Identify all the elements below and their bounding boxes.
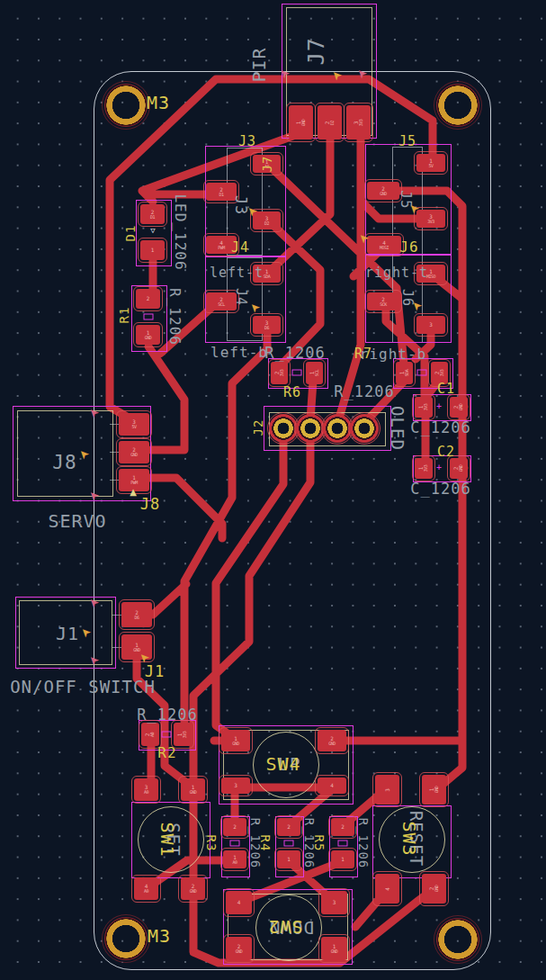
pad-J4-3[interactable]: 3D6	[253, 316, 281, 334]
pad-SW3-2[interactable]: 2GND	[422, 874, 446, 904]
pad-net: 3V3	[427, 220, 434, 224]
pad-J5-2[interactable]: 2GND	[367, 182, 399, 200]
pad-leader	[112, 647, 121, 648]
mounting-hole-bottom-right[interactable]	[436, 918, 479, 961]
pad-net: D6	[264, 326, 269, 330]
mounting-hole-top-right[interactable]	[436, 84, 479, 127]
pad-SW1-4[interactable]: 4A0	[134, 877, 158, 900]
value-J4: left-b	[210, 346, 268, 360]
value-C1: C_1206	[410, 420, 470, 436]
pad-SW2-4[interactable]: 4	[226, 891, 252, 914]
pad-net: 3V3	[425, 404, 429, 411]
value-R2-label: R_1206	[137, 707, 197, 723]
pad-R5-2[interactable]: 2	[331, 818, 354, 836]
pad-C1-2[interactable]: 2GND	[450, 397, 468, 418]
pad-number: 4	[385, 887, 390, 891]
pad-R3-2[interactable]: 2	[223, 818, 246, 836]
resistor-symbol	[417, 370, 427, 376]
ref-C1: C1	[437, 382, 455, 396]
mounting-hole-label: M3	[147, 94, 170, 112]
ref-J2: J2	[252, 419, 264, 436]
value-R7-label: R_1206	[334, 384, 394, 400]
pad-SW2-3[interactable]: 3	[321, 891, 347, 914]
pad-net: GND	[460, 404, 464, 411]
ref-R1: R1	[118, 307, 130, 324]
fab-ref-J4: J4	[234, 288, 247, 306]
pad-SW4-4[interactable]: 4	[318, 778, 346, 794]
pad-net: SCL	[315, 370, 319, 377]
pad-net: D6	[134, 616, 139, 620]
pad-R2-1[interactable]: 13V3	[174, 723, 192, 746]
pad-C1-1[interactable]: 13V3	[415, 397, 433, 418]
pad-J5-3[interactable]: 33V3	[416, 210, 445, 228]
pad-J3-3[interactable]: 3D2	[253, 211, 281, 229]
resistor-symbol	[230, 841, 240, 847]
pad-SW3-3[interactable]: 3	[375, 775, 399, 805]
pad-net: GND	[331, 949, 338, 954]
pad-number: 3	[333, 900, 336, 905]
pad-J7-1[interactable]: 1GND	[289, 105, 313, 139]
pad-J2-2[interactable]	[296, 414, 325, 443]
pad-net: GND	[190, 790, 197, 795]
pad-R7-1[interactable]: 1SDA	[396, 362, 413, 384]
value-R5: R_1206	[357, 818, 370, 869]
pad-net: SDA	[405, 370, 409, 377]
pad-R6-2[interactable]: 23V3	[271, 362, 288, 384]
pad-net: 3V3	[280, 370, 284, 377]
pad-number: 3	[234, 783, 237, 788]
pad-J8-3[interactable]: 35V	[119, 413, 149, 436]
pad-net: SCK	[380, 302, 387, 307]
pad-R1-2[interactable]: 2	[136, 289, 160, 309]
capacitor-symbol: +	[436, 463, 442, 472]
pad-J7-2[interactable]: 2D2	[318, 105, 342, 139]
resistor-symbol	[162, 732, 172, 738]
pad-R6-1[interactable]: 1SCL	[306, 362, 323, 384]
fab-ref-J7: J7	[306, 38, 327, 66]
pad-D1-2[interactable]: 2D1	[140, 204, 165, 224]
pad-net: A0	[144, 790, 148, 795]
pad-R2-2[interactable]: 2A0	[141, 723, 159, 746]
pad-J7-3[interactable]: 33V3	[346, 105, 371, 139]
pad-SW4-1[interactable]: 1GND	[221, 730, 250, 751]
pad-SW4-3[interactable]: 3	[221, 778, 250, 794]
pad-R4-1[interactable]: 1	[277, 850, 300, 868]
ref-R7: R7	[354, 347, 372, 361]
pad-J8-2[interactable]: 2GND	[119, 441, 149, 463]
pad-C2-1[interactable]: 13V3	[415, 458, 433, 479]
mounting-hole-top-left[interactable]	[104, 84, 148, 127]
pad-SW3-1[interactable]: 1GND	[422, 775, 446, 805]
pad-J1-2[interactable]: 2D6	[121, 602, 152, 627]
pad-leader	[112, 615, 121, 616]
pad-net: GND	[236, 949, 243, 954]
pad-J5-1[interactable]: 15V	[416, 154, 445, 172]
pad-J6-2[interactable]: 2SCK	[367, 292, 399, 310]
pad-R5-1[interactable]: 1	[331, 850, 354, 868]
pad-C2-2[interactable]: 2GND	[450, 458, 468, 479]
pad-SW2-1[interactable]: 1GND	[321, 937, 347, 960]
pad-net: GND	[145, 336, 152, 340]
pad-net: GND	[460, 465, 464, 472]
pad-R4-2[interactable]: 2	[277, 818, 300, 836]
pad-D1-1[interactable]: 1	[140, 240, 165, 260]
pad-R1-1[interactable]: 1GND	[136, 325, 160, 345]
pad-net: MOSI	[380, 246, 389, 250]
value-D1: LED_1206	[173, 193, 187, 270]
pad-leader	[110, 424, 119, 425]
pad-net: GND	[301, 119, 306, 126]
pad-J6-3[interactable]: 3	[416, 316, 445, 334]
ref-SW2: SW2	[267, 918, 302, 936]
pad-J2-3[interactable]	[323, 414, 352, 443]
pad-SW2-2[interactable]: 2GND	[226, 937, 252, 960]
pad-J2-1[interactable]	[269, 414, 298, 443]
pad-SW1-3[interactable]: 3A0	[134, 778, 158, 801]
pad-net: SCL	[218, 302, 225, 307]
pad-number: 1	[151, 247, 155, 253]
pad-SW1-1[interactable]: 1GND	[181, 778, 205, 801]
pad-J5-4[interactable]: 4MOSI	[367, 236, 401, 254]
pad-J2-4[interactable]	[350, 414, 379, 443]
pad-SW1-2[interactable]: 2GND	[181, 877, 205, 900]
pad-R3-1[interactable]: 1A0	[223, 850, 246, 868]
mounting-hole-bottom-left[interactable]	[104, 917, 148, 960]
pad-SW3-4[interactable]: 4	[375, 874, 399, 904]
pad-SW4-2[interactable]: 2GND	[318, 730, 346, 751]
